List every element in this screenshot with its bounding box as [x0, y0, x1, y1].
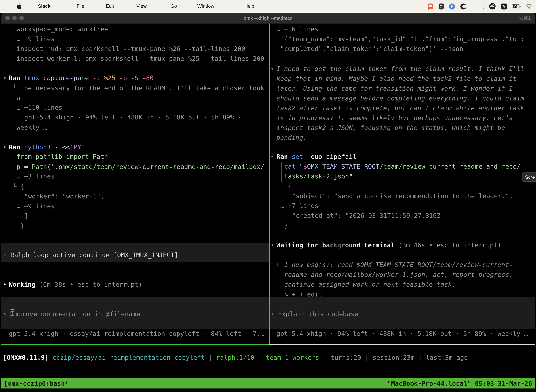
- terminal-line: inspect_worker-1: omx sparkshell --tmux-…: [17, 54, 264, 64]
- menu-item-view[interactable]: View: [136, 0, 147, 13]
- menu-item-edit[interactable]: Edit: [106, 0, 114, 13]
- wifi-icon[interactable]: [526, 4, 532, 9]
- menu-item-window[interactable]: Window: [197, 0, 214, 13]
- count-badge-icon[interactable]: ..61: [489, 3, 496, 9]
- battery-icon[interactable]: [512, 4, 521, 9]
- terminal-line: Waiting for background terminal (3m 46s …: [277, 240, 501, 250]
- terminal-line: … +9 lines: [17, 34, 55, 44]
- menu-item-help[interactable]: Help: [244, 0, 254, 13]
- text-segment: weekly …: [17, 124, 47, 131]
- text-segment: }: [20, 222, 24, 229]
- text-segment: (3m 46s • esc to interrupt): [395, 241, 501, 249]
- terminal-line: is in progress? It seems likely but perh…: [277, 113, 513, 123]
- text-segment: ": [349, 173, 353, 180]
- text-segment: python3: [24, 143, 54, 151]
- text-segment: |: [319, 354, 330, 361]
- tmux-host-clock: "MacBook-Pro-44.local" 05:03 31-Mar-26: [387, 379, 532, 387]
- chat-icon[interactable]: [427, 4, 433, 9]
- menu-item-go[interactable]: Go: [171, 0, 177, 13]
- text-segment: inspect_worker-1: omx sparkshell --tmux-…: [17, 55, 264, 62]
- right-terminal-pane[interactable]: … +16 lines'{"team_name":"my-team","task…: [270, 23, 535, 344]
- code-block-rule: [281, 162, 282, 182]
- text-segment: $: [303, 163, 307, 170]
- code-block-rule: [14, 152, 14, 182]
- text-segment: -p: [120, 74, 131, 81]
- terminal-line: }: [284, 221, 288, 230]
- left-terminal-pane[interactable]: workspace_mode: worktree… +9 linesinspec…: [1, 23, 269, 344]
- text-segment: "created_at": "2026-03-31T11:59:27.816Z": [292, 212, 444, 219]
- terminal-line: … +7 lines: [280, 201, 318, 211]
- apple-icon[interactable]: [17, 3, 21, 10]
- text-segment: turns:20: [330, 354, 361, 361]
- text-segment: tmux: [24, 74, 43, 81]
- terminal-line: pending.: [277, 133, 307, 143]
- dots-grid-icon[interactable]: [471, 4, 477, 9]
- text-segment: workspace_mode: worktree: [17, 25, 108, 33]
- bullet-icon: •: [3, 280, 7, 289]
- text-segment: 'PY': [70, 143, 85, 151]
- terminal-line: "subject": "send a concise recommendatio…: [292, 191, 513, 201]
- text-segment: tasks/task-2.json: [284, 173, 349, 180]
- terminal-line: gpt-5.4 xhigh · 94% left · 488K in · 5.1…: [24, 112, 241, 122]
- terminal-line: … +3 lines: [17, 171, 55, 181]
- text-segment: cczip/essay/ai-reimplementation-copyleft: [53, 354, 205, 361]
- text-segment: }: [284, 222, 288, 229]
- menu-item-file[interactable]: File: [77, 0, 84, 13]
- terminal-line: later. Using the same for transition mig…: [277, 84, 513, 93]
- bullet-icon: •: [3, 73, 7, 83]
- menu-status-icons: ʃ ..61 A: [427, 0, 532, 13]
- text-segment: inspect_hud: omx sparkshell --tmux-pane …: [17, 45, 245, 52]
- figure-icon[interactable]: ʃ: [482, 4, 484, 9]
- text-segment: ralph:1/10: [216, 354, 254, 361]
- text-segment: -80: [142, 74, 154, 81]
- crescent-icon[interactable]: [460, 3, 466, 9]
- terminal-line: └ be necessary for the end of the README…: [13, 83, 264, 93]
- text-segment: (6m 38s • esc to interrupt): [39, 281, 142, 288]
- text-segment: cat: [284, 163, 299, 170]
- text-segment: mprove documentation in @filename: [14, 310, 140, 317]
- terminal-line: should send a message before completing …: [277, 93, 524, 103]
- terminal-line: workspace_mode: worktree: [17, 24, 108, 34]
- text-segment: -t: [93, 74, 104, 81]
- tmux-session-label: [omx-cczip0:bash*: [4, 379, 69, 387]
- text-segment: … +9 lines: [17, 35, 55, 42]
- text-segment: … +110 lines: [17, 104, 62, 111]
- terminal-line: weekly …: [17, 123, 47, 132]
- terminal-line: from pathlib import Path: [17, 152, 108, 162]
- terminal-line: Ran tmux capture-pane -t %25 -p -S -80: [9, 73, 154, 83]
- text-segment: Ran: [277, 153, 292, 160]
- letter-a-icon[interactable]: A: [501, 3, 507, 9]
- text-segment: └: [13, 84, 24, 92]
- text-segment: [OMX#0.11.9]: [3, 354, 48, 361]
- text-segment: should send a message before completing …: [277, 94, 524, 102]
- terminal-line: continue assigned work or next feasible …: [284, 280, 456, 289]
- text-segment: [48, 354, 53, 361]
- text-segment: |: [254, 354, 266, 361]
- text-segment: ›: [270, 310, 278, 317]
- text-segment: "worker": "worker-1",: [24, 192, 104, 200]
- terminal-line: … +110 lines: [17, 103, 62, 112]
- terminal-line: tasks/task-2.json": [284, 171, 353, 181]
- terminal-line: gpt-5.4 xhigh · essay/ai-reimplementatio…: [9, 329, 264, 339]
- text-segment: at: [17, 94, 24, 102]
- right-pane-bottom-border: [269, 344, 535, 345]
- text-segment: |: [415, 354, 426, 361]
- text-segment: Waiting for background terminal: [277, 241, 395, 249]
- menu-app-name[interactable]: Slack: [38, 0, 50, 13]
- terminal-window[interactable]: omx --xhigh --madmax ⌥⌘1 workspace_mode:…: [1, 13, 535, 392]
- text-segment: └: [280, 182, 288, 190]
- terminal-line: p = Path('.omx/state/team/review-current…: [17, 162, 264, 172]
- terminal-line: I need to get the claim token from the c…: [277, 64, 524, 74]
- shield-icon[interactable]: [438, 3, 444, 9]
- text-segment: Ralph loop active continue [OMX_TMUX_INJ…: [10, 251, 178, 258]
- text-segment: └: [13, 183, 20, 190]
- text-segment: /team/review-current-readme-and-reco/: [379, 163, 521, 170]
- screen-share-chip[interactable]: Scre: [522, 173, 536, 182]
- text-segment: ": [299, 163, 303, 170]
- window-title: omx --xhigh --madmax: [1, 13, 535, 23]
- text-segment: Ran: [9, 143, 24, 151]
- window-titlebar[interactable]: omx --xhigh --madmax ⌥⌘1: [1, 13, 535, 23]
- bolt-badge-icon[interactable]: [449, 3, 455, 9]
- text-segment: ›: [3, 251, 10, 258]
- text-segment: later. Using the same for transition mig…: [277, 85, 513, 92]
